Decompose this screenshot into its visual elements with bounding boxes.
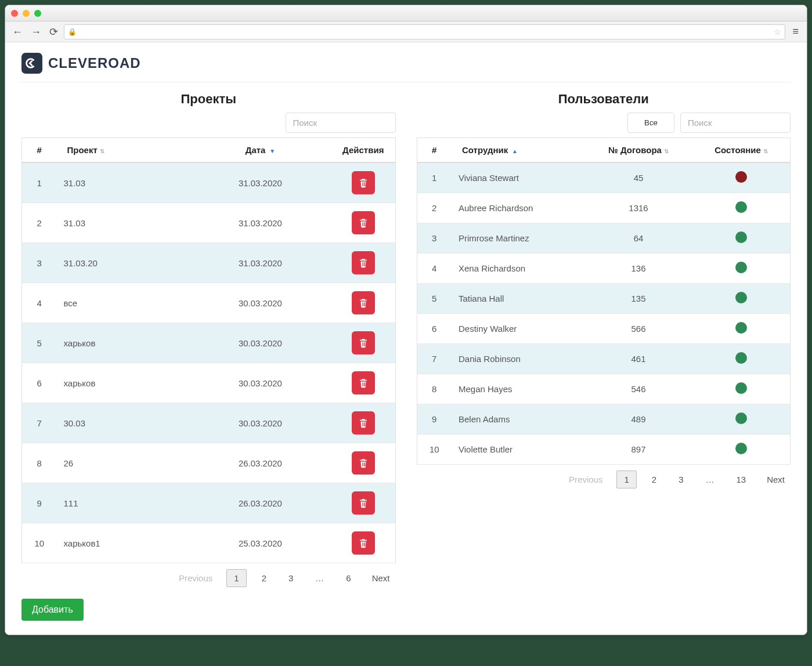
reload-button[interactable]: ⟳: [47, 26, 60, 38]
row-number: 4: [417, 254, 452, 284]
row-number: 3: [417, 223, 452, 254]
employee-name-cell: Primrose Martinez: [452, 223, 584, 254]
project-date-cell: 30.03.2020: [189, 323, 331, 363]
table-row[interactable]: 4все30.03.2020: [22, 283, 396, 323]
table-row[interactable]: 131.0331.03.2020: [22, 162, 396, 203]
row-number: 5: [417, 284, 452, 314]
project-name-cell: 111: [57, 483, 189, 523]
users-col-employee[interactable]: Сотрудник ▲: [452, 138, 584, 163]
table-row[interactable]: 10харьков125.03.2020: [22, 523, 396, 563]
projects-table: # Проект⇅ Дата ▼ Действия 131.0331.03.20…: [21, 137, 396, 563]
project-date-cell: 26.03.2020: [189, 443, 331, 483]
table-row[interactable]: 7Dania Robinson461: [417, 344, 791, 374]
project-name-cell: харьков1: [57, 523, 189, 563]
table-row[interactable]: 5Tatiana Hall135: [417, 284, 791, 314]
project-date-cell: 31.03.2020: [189, 162, 331, 203]
project-name-cell: 31.03: [57, 162, 189, 203]
pagination-page[interactable]: 3: [672, 471, 690, 488]
window-close-icon[interactable]: [11, 10, 18, 17]
row-number: 8: [22, 443, 57, 483]
pagination-page[interactable]: 2: [255, 570, 273, 587]
table-row[interactable]: 3Primrose Martinez64: [417, 223, 791, 254]
contract-number-cell: 461: [584, 344, 692, 374]
row-number: 10: [22, 523, 57, 563]
bookmark-star-icon[interactable]: ☆: [774, 27, 781, 37]
users-col-contract[interactable]: № Договора⇅: [584, 138, 692, 163]
pagination-previous[interactable]: Previous: [173, 570, 218, 587]
table-row[interactable]: 2Aubree Richardson1316: [417, 193, 791, 223]
address-bar[interactable]: 🔒 ☆: [64, 24, 785, 39]
project-date-cell: 31.03.2020: [189, 203, 331, 243]
browser-window: ← → ⟳ 🔒 ☆ ≡ CLEVEROAD Проекты: [5, 5, 807, 635]
delete-button[interactable]: [352, 451, 375, 475]
row-number: 6: [22, 363, 57, 403]
pagination-page[interactable]: 1: [616, 470, 636, 488]
table-row[interactable]: 8Megan Hayes546: [417, 374, 791, 404]
table-row[interactable]: 911126.03.2020: [22, 483, 396, 523]
delete-button[interactable]: [352, 251, 375, 274]
pagination-page[interactable]: 1: [226, 569, 246, 587]
contract-number-cell: 64: [584, 223, 692, 254]
users-col-status[interactable]: Состояние⇅: [692, 138, 790, 163]
hamburger-menu-icon[interactable]: ≡: [789, 26, 802, 38]
window-maximize-icon[interactable]: [34, 10, 41, 17]
row-number: 2: [417, 193, 452, 223]
table-row[interactable]: 6харьков30.03.2020: [22, 363, 396, 403]
window-minimize-icon[interactable]: [23, 10, 30, 17]
delete-button[interactable]: [352, 171, 375, 194]
pagination-previous[interactable]: Previous: [563, 471, 608, 488]
back-button[interactable]: ←: [10, 26, 25, 38]
employee-name-cell: Megan Hayes: [452, 374, 584, 404]
delete-button[interactable]: [352, 291, 375, 314]
status-indicator-icon: [735, 262, 747, 273]
sort-icon: ⇅: [763, 148, 768, 154]
table-row[interactable]: 10Violette Butler897: [417, 435, 791, 465]
table-row[interactable]: 6Destiny Walker566: [417, 314, 791, 344]
pagination-page[interactable]: 2: [645, 471, 663, 488]
delete-button[interactable]: [352, 211, 375, 234]
projects-col-project[interactable]: Проект⇅: [57, 138, 189, 163]
employee-name-cell: Viviana Stewart: [452, 162, 584, 193]
table-row[interactable]: 1Viviana Stewart45: [417, 162, 791, 193]
users-all-button[interactable]: Все: [627, 113, 674, 133]
contract-number-cell: 546: [584, 374, 692, 404]
status-indicator-icon: [735, 352, 747, 364]
row-number: 2: [22, 203, 57, 243]
pagination-page[interactable]: 13: [729, 471, 753, 488]
employee-name-cell: Aubree Richardson: [452, 193, 584, 223]
table-row[interactable]: 4Xena Richardson136: [417, 254, 791, 284]
brand-header: CLEVEROAD: [21, 53, 791, 82]
users-col-num[interactable]: #: [417, 138, 452, 163]
delete-button[interactable]: [352, 331, 375, 354]
table-row[interactable]: 9Belen Adams489: [417, 404, 791, 435]
projects-pagination: Previous123…6Next: [21, 569, 396, 587]
delete-button[interactable]: [352, 491, 375, 515]
delete-button[interactable]: [352, 371, 375, 394]
projects-search-input[interactable]: [286, 113, 396, 133]
status-indicator-icon: [735, 412, 747, 424]
row-number: 1: [22, 162, 57, 203]
table-row[interactable]: 730.0330.03.2020: [22, 403, 396, 443]
delete-button[interactable]: [352, 531, 375, 555]
pagination-next[interactable]: Next: [366, 570, 396, 587]
brand-title: CLEVEROAD: [48, 55, 141, 71]
users-search-input[interactable]: [680, 113, 791, 133]
delete-button[interactable]: [352, 411, 375, 435]
status-indicator-icon: [735, 171, 747, 183]
pagination-page[interactable]: 3: [282, 570, 300, 587]
sort-icon: ⇅: [100, 148, 104, 154]
projects-col-date[interactable]: Дата ▼: [189, 138, 331, 163]
contract-number-cell: 489: [584, 404, 692, 435]
users-title: Пользователи: [417, 92, 791, 107]
add-button[interactable]: Добавить: [21, 599, 84, 621]
pagination-page[interactable]: 6: [339, 570, 358, 587]
forward-button[interactable]: →: [28, 26, 44, 38]
table-row[interactable]: 331.03.2031.03.2020: [22, 243, 396, 283]
status-indicator-icon: [735, 443, 747, 454]
pagination-next[interactable]: Next: [761, 471, 791, 488]
table-row[interactable]: 5харьков30.03.2020: [22, 323, 396, 363]
table-row[interactable]: 231.0331.03.2020: [22, 203, 396, 243]
table-row[interactable]: 82626.03.2020: [22, 443, 396, 483]
projects-col-num[interactable]: #: [22, 138, 57, 163]
browser-toolbar: ← → ⟳ 🔒 ☆ ≡: [5, 21, 807, 42]
